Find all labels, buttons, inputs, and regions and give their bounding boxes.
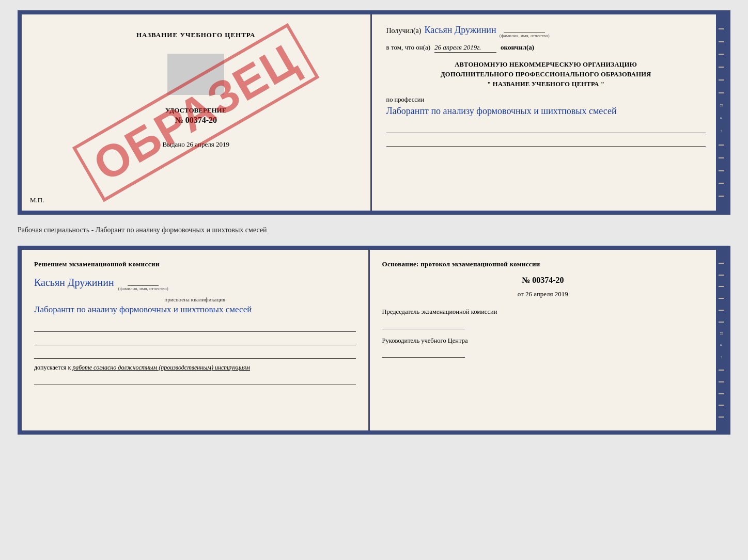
protocol-number: № 00374-20 <box>382 276 704 285</box>
osnov-label: Основание: протокол экзаменационной коми… <box>382 260 704 268</box>
edge-label-arrow: ← <box>719 129 724 134</box>
photo-placeholder <box>167 54 224 95</box>
dash-9 <box>719 170 724 171</box>
protocol-num-value: 00374-20 <box>532 276 564 284</box>
b-dash-9 <box>719 393 724 394</box>
dash-5 <box>719 79 724 81</box>
dash-1 <box>719 28 724 29</box>
predsedatel-section: Председатель экзаменационной комиссии <box>382 308 704 329</box>
dash-11 <box>719 196 724 197</box>
dash-3 <box>719 54 724 55</box>
profession-handwriting: Лаборанпт по анализу формовочных и шихтп… <box>386 104 706 119</box>
b-dash-8 <box>719 381 724 382</box>
b-dash-5 <box>719 310 724 311</box>
ot-prefix: от <box>518 290 524 298</box>
poluchil-label: Получил(а) <box>386 27 422 35</box>
bottom-name-line: Касьян Дружинин (фамилия, имя, отчество) <box>34 277 356 291</box>
recipient-name: Касьян Дружинин <box>424 25 496 36</box>
b-dash-4 <box>719 298 724 299</box>
prisvoyena-section: присвоена квалификация Лаборанпт по анал… <box>34 296 356 316</box>
b-edge-label-arrow: ← <box>719 355 724 360</box>
middle-text: Рабочая специальность - Лаборант по анал… <box>18 224 730 236</box>
b-dash-6 <box>719 322 724 323</box>
vydano-date: 26 апреля 2019 <box>186 140 229 148</box>
b-dash-3 <box>719 286 724 287</box>
sig-line-3 <box>34 348 356 359</box>
dopusk-label: допускается к <box>34 364 71 371</box>
rukovoditel-section: Руководитель учебного Центра <box>382 337 704 358</box>
bottom-recipient-name: Касьян Дружинин <box>34 277 114 289</box>
dash-7 <box>719 145 724 146</box>
bottom-right-panel: Основание: протокол экзаменационной коми… <box>370 250 716 430</box>
school-title: НАЗВАНИЕ УЧЕБНОГО ЦЕНТРА <box>136 31 256 39</box>
okonchill-label: окончил(а) <box>501 43 534 52</box>
vtom-line: в том, что он(а) 26 апреля 2019г. окончи… <box>386 43 706 53</box>
dopusk-text: работе согласно должностным (производств… <box>72 364 250 371</box>
org-block: АВТОНОМНУЮ НЕКОММЕРЧЕСКУЮ ОРГАНИЗАЦИЮ ДО… <box>386 60 706 89</box>
bottom-right-edge-dashes: И а ← <box>716 250 726 430</box>
top-right-panel: Получил(а) Касьян Дружинин (фамилия, имя… <box>372 14 716 211</box>
bottom-name-sublabel: (фамилия, имя, отчество) <box>118 286 168 291</box>
b-dash-10 <box>719 405 724 406</box>
blank-line-2 <box>386 136 706 147</box>
edge-label-и: И <box>719 104 724 107</box>
top-left-panel: НАЗВАНИЕ УЧЕБНОГО ЦЕНТРА УДОСТОВЕРЕНИЕ №… <box>22 14 370 211</box>
prisvoyena-label: присвоена квалификация <box>34 296 356 302</box>
top-certificate-card: НАЗВАНИЕ УЧЕБНОГО ЦЕНТРА УДОСТОВЕРЕНИЕ №… <box>18 10 730 215</box>
blank-line-1 <box>386 123 706 133</box>
bottom-certificate-card: Решением экзаменационной комиссии Касьян… <box>18 246 730 435</box>
edge-label-a: а <box>719 117 724 120</box>
b-edge-label-a: а <box>719 344 724 347</box>
org-line2: ДОПОЛНИТЕЛЬНОГО ПРОФЕССИОНАЛЬНОГО ОБРАЗО… <box>386 70 706 79</box>
completion-date: 26 апреля 2019г. <box>434 43 496 53</box>
num-prefix: № <box>175 116 183 124</box>
org-name: " НАЗВАНИЕ УЧЕБНОГО ЦЕНТРА " <box>386 79 706 89</box>
rukovoditel-label: Руководитель учебного Центра <box>382 337 704 346</box>
protocol-num-prefix: № <box>522 276 530 284</box>
b-dash-2 <box>719 275 724 276</box>
po-prof-line: по профессии <box>386 96 706 104</box>
rukovoditel-sig-line <box>382 347 465 358</box>
dash-4 <box>719 67 724 68</box>
sig-line-1 <box>34 322 356 332</box>
ot-date-value: 26 апреля 2019 <box>525 290 568 298</box>
name-sublabel: (фамилия, имя, отчество) <box>500 33 550 38</box>
org-line1: АВТОНОМНУЮ НЕКОММЕРЧЕСКУЮ ОРГАНИЗАЦИЮ <box>386 60 706 70</box>
dash-6 <box>719 92 724 93</box>
certificate-number: 00374-20 <box>185 116 217 124</box>
right-edge-dashes: И а ← <box>716 14 726 211</box>
bottom-left-panel: Решением экзаменационной комиссии Касьян… <box>22 250 368 430</box>
b-dash-11 <box>719 417 724 418</box>
signature-lines <box>34 322 356 359</box>
dopusk-line <box>34 375 356 385</box>
mp-label: М.П. <box>30 196 44 204</box>
dash-2 <box>719 41 724 42</box>
vydano-label: Выдано <box>163 140 185 148</box>
b-dash-7 <box>719 370 724 371</box>
ot-date-line: от 26 апреля 2019 <box>382 290 704 298</box>
sig-line-2 <box>34 335 356 345</box>
udost-label: УДОСТОВЕРЕНИЕ <box>165 106 226 115</box>
b-edge-label-и: И <box>719 332 724 335</box>
dopuskaetsya-line: допускается к работе согласно должностны… <box>34 364 356 372</box>
predsedatel-label: Председатель экзаменационной комиссии <box>382 308 704 317</box>
poluchil-line: Получил(а) Касьян Дружинин (фамилия, имя… <box>386 25 706 38</box>
dash-8 <box>719 157 724 158</box>
qualification-hand: Лаборанпт по анализу формовочных и шихтп… <box>34 302 356 316</box>
predsedatel-sig-line <box>382 319 465 329</box>
vtom-label: в том, что он(а) <box>386 43 431 52</box>
po-prof-label: по профессии <box>386 96 425 103</box>
resheniem-label: Решением экзаменационной комиссии <box>34 260 356 268</box>
b-dash-1 <box>719 263 724 264</box>
dash-10 <box>719 183 724 184</box>
